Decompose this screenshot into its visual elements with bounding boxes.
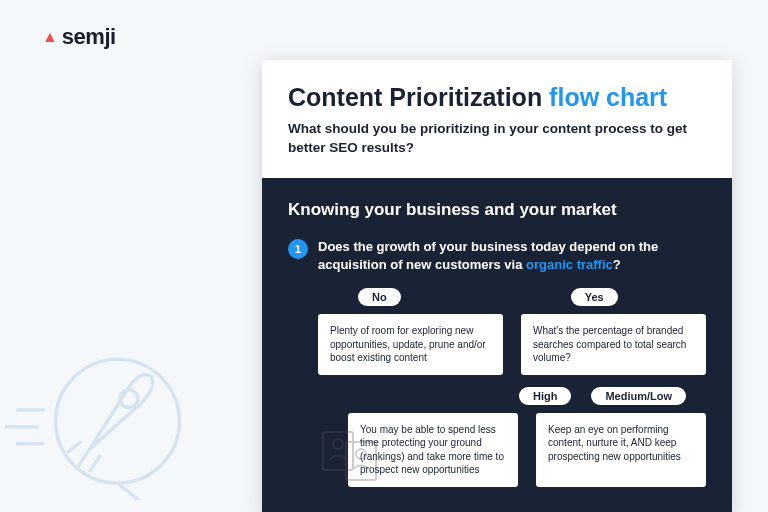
card-header: Content Prioritization flow chart What s…: [262, 60, 732, 178]
question-post: ?: [613, 257, 621, 272]
logo-mark-icon: ▲: [42, 28, 58, 46]
pill-no: No: [358, 288, 401, 306]
box-medlow-result: Keep an eye on performing content, nurtu…: [536, 413, 706, 487]
brand-logo: ▲ semji: [42, 24, 116, 50]
svg-point-5: [356, 449, 366, 459]
pill-medlow: Medium/Low: [591, 387, 686, 405]
svg-rect-4: [346, 442, 376, 480]
pill-yes: Yes: [571, 288, 618, 306]
branch-row-1: No Yes: [318, 288, 706, 306]
pill-high: High: [519, 387, 571, 405]
page-title: Content Prioritization flow chart: [288, 82, 706, 112]
step-badge: 1: [288, 239, 308, 259]
question-text: Does the growth of your business today d…: [318, 238, 706, 274]
box-no-result: Plenty of room for exploring new opportu…: [318, 314, 503, 375]
branch-row-2: High Medium/Low: [318, 387, 706, 405]
question-highlight: organic traffic: [526, 257, 613, 272]
title-main: Content Prioritization: [288, 83, 549, 111]
svg-point-3: [333, 439, 343, 449]
question-row: 1 Does the growth of your business today…: [288, 238, 706, 274]
logo-text: semji: [62, 24, 116, 50]
title-accent: flow chart: [549, 83, 667, 111]
flowchart-card: Content Prioritization flow chart What s…: [262, 60, 732, 512]
box-yes-question: What's the percentage of branded searche…: [521, 314, 706, 375]
page-subtitle: What should you be prioritizing in your …: [288, 120, 706, 158]
card-body: Knowing your business and your market 1 …: [262, 178, 732, 512]
people-icon: [318, 417, 388, 487]
flow-container: No Yes Plenty of room for exploring new …: [318, 288, 706, 487]
box-row-1: Plenty of room for exploring new opportu…: [318, 314, 706, 375]
svg-point-0: [56, 359, 180, 483]
section-title: Knowing your business and your market: [288, 200, 706, 220]
rocket-icon: [0, 320, 210, 500]
svg-rect-2: [323, 432, 353, 470]
